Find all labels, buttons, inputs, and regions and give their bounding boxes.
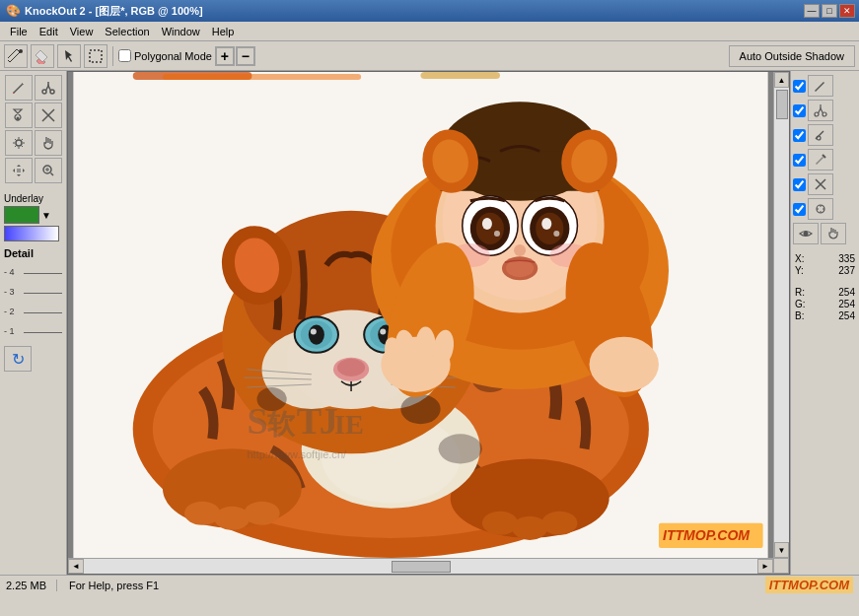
menu-selection[interactable]: Selection [99, 25, 155, 38]
menu-view[interactable]: View [64, 25, 100, 38]
separator [112, 46, 113, 66]
scroll-track-h[interactable] [84, 559, 757, 574]
svg-text:软: 软 [266, 409, 296, 440]
file-size: 2.25 MB [6, 580, 57, 591]
toolbar: Polygonal Mode + − Auto Outside Shadow [0, 41, 859, 71]
svg-point-36 [311, 329, 317, 335]
menu-file[interactable]: File [4, 25, 34, 38]
app-icon: 🎨 [6, 4, 21, 18]
menu-window[interactable]: Window [156, 25, 206, 38]
hand-tool-btn[interactable] [821, 223, 846, 244]
svg-point-70 [494, 231, 500, 237]
scale-label-4: - 4 [4, 267, 15, 277]
layer-check-4[interactable] [793, 154, 806, 167]
right-tool-btn-3[interactable] [808, 124, 833, 146]
plus-button[interactable]: + [215, 46, 235, 66]
right-tool-row-1 [793, 75, 857, 97]
svg-text:http://www.softjie.cn/: http://www.softjie.cn/ [247, 448, 347, 460]
svg-point-69 [482, 218, 492, 230]
color-preview [4, 226, 59, 241]
layer-check-1[interactable] [793, 80, 806, 93]
window-title: KnockOut 2 - [图层*, RGB @ 100%] [25, 4, 203, 19]
right-tool-btn-1[interactable] [808, 75, 833, 97]
auto-outside-shadow-button[interactable]: Auto Outside Shadow [729, 45, 855, 67]
right-tool-btn-4[interactable] [808, 149, 833, 171]
refresh-button[interactable]: ↻ [4, 346, 32, 372]
svg-point-75 [541, 218, 551, 230]
scroll-track-v[interactable] [774, 88, 789, 542]
svg-point-78 [514, 244, 526, 256]
right-tool-row-5 [793, 173, 857, 195]
svg-rect-1 [90, 50, 102, 62]
layer-check-6[interactable] [793, 203, 806, 216]
tool-select[interactable] [57, 44, 81, 68]
tool-hand[interactable] [35, 130, 62, 156]
underlay-label: Underlay [4, 193, 62, 204]
svg-point-68 [476, 213, 504, 244]
scroll-up-button[interactable]: ▲ [774, 72, 789, 88]
underlay-dropdown[interactable]: ▼ [41, 210, 51, 221]
tool-draw[interactable] [5, 75, 33, 101]
right-panel: X: 335 Y: 237 R: 254 G: 254 B: 254 [790, 71, 859, 575]
illustration-svg: S 软 T J IE http://www.softjie.cn/ ITTMOP… [68, 72, 773, 558]
scroll-right-button[interactable]: ► [757, 559, 773, 574]
eye-tool-btn[interactable] [793, 223, 819, 244]
scroll-thumb-h[interactable] [392, 561, 451, 573]
scale-label-2: - 2 [4, 307, 15, 316]
r-value: 254 [838, 287, 855, 298]
svg-point-0 [19, 49, 23, 53]
svg-rect-10 [163, 74, 361, 80]
tool-move[interactable] [5, 158, 33, 183]
svg-point-18 [244, 502, 279, 525]
right-tool-btn-6[interactable] [808, 198, 833, 220]
y-label: Y: [795, 265, 804, 276]
y-value: 237 [838, 265, 855, 276]
scroll-thumb-v[interactable] [776, 90, 788, 119]
image-canvas[interactable]: S 软 T J IE http://www.softjie.cn/ ITTMOP… [68, 72, 773, 558]
right-tool-btn-2[interactable] [808, 100, 833, 121]
menu-help[interactable]: Help [206, 25, 241, 38]
horizontal-scrollbar[interactable]: ◄ ► [68, 558, 773, 574]
tool-brush[interactable] [4, 44, 28, 68]
b-value: 254 [838, 310, 855, 321]
scrollbar-corner [773, 558, 789, 574]
svg-rect-6 [17, 169, 21, 172]
coordinates-section: X: 335 Y: 237 [793, 251, 857, 279]
layer-check-5[interactable] [793, 178, 806, 191]
maximize-button[interactable]: □ [822, 4, 837, 18]
status-help: For Help, press F1 [69, 580, 159, 591]
x-label: X: [795, 253, 804, 264]
tool-settings[interactable] [5, 130, 33, 156]
polygonal-checkbox[interactable] [118, 49, 131, 62]
status-bar: 2.25 MB For Help, press F1 ITTMOP.COM [0, 575, 859, 594]
tool-zoom[interactable] [35, 158, 62, 183]
layer-check-2[interactable] [793, 104, 806, 117]
polygonal-label: Polygonal Mode [134, 50, 212, 62]
svg-point-20 [512, 516, 547, 540]
tool-cut2[interactable] [35, 103, 62, 128]
brand-text: ITTMOP.COM [765, 577, 853, 593]
close-button[interactable]: ✕ [839, 4, 855, 18]
right-tool-row-3 [793, 124, 857, 146]
detail-label: Detail [4, 247, 62, 259]
underlay-color-swatch[interactable] [4, 206, 39, 224]
polygonal-mode-check[interactable]: Polygonal Mode [118, 49, 212, 62]
svg-point-21 [541, 512, 577, 535]
layer-check-3[interactable] [793, 129, 806, 142]
scroll-down-button[interactable]: ▼ [774, 542, 789, 558]
svg-point-55 [439, 434, 482, 463]
vertical-scrollbar[interactable]: ▲ ▼ [773, 72, 789, 558]
minus-button[interactable]: − [236, 46, 255, 66]
tool-paint[interactable] [5, 103, 33, 128]
menu-edit[interactable]: Edit [34, 25, 64, 38]
scroll-left-button[interactable]: ◄ [68, 559, 84, 574]
svg-point-86 [590, 337, 659, 392]
tool-eraser[interactable] [31, 44, 54, 68]
tool-lasso[interactable] [84, 44, 107, 68]
color-section: R: 254 G: 254 B: 254 [793, 285, 857, 324]
svg-text:IE: IE [334, 409, 364, 440]
minimize-button[interactable]: — [804, 4, 820, 18]
right-tool-btn-5[interactable] [808, 173, 833, 195]
tool-cut[interactable] [35, 75, 62, 101]
menu-bar: File Edit View Selection Window Help [0, 22, 859, 41]
